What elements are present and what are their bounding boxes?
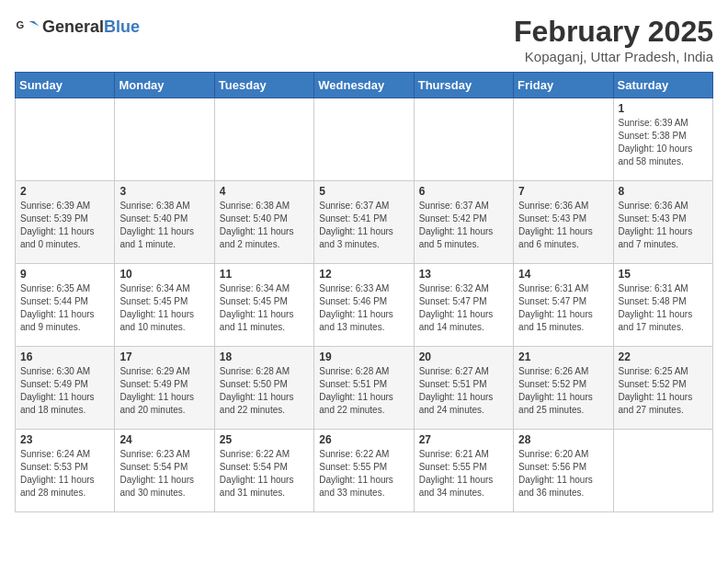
- subtitle: Kopaganj, Uttar Pradesh, India: [514, 49, 713, 64]
- calendar-cell: [16, 98, 115, 181]
- day-number: 18: [220, 350, 309, 363]
- calendar-cell: 4Sunrise: 6:38 AM Sunset: 5:40 PM Daylig…: [214, 181, 313, 264]
- calendar-cell: 15Sunrise: 6:31 AM Sunset: 5:48 PM Dayli…: [613, 264, 712, 347]
- weekday-header-wednesday: Wednesday: [314, 73, 414, 98]
- day-number: 27: [419, 433, 508, 446]
- day-number: 24: [119, 433, 209, 446]
- calendar-cell: 28Sunrise: 6:20 AM Sunset: 5:56 PM Dayli…: [514, 430, 613, 512]
- day-info: Sunrise: 6:22 AM Sunset: 5:55 PM Dayligh…: [319, 448, 408, 500]
- day-number: 11: [220, 268, 309, 281]
- calendar-cell: 26Sunrise: 6:22 AM Sunset: 5:55 PM Dayli…: [314, 430, 414, 512]
- day-number: 6: [419, 185, 508, 198]
- day-number: 9: [20, 268, 109, 281]
- day-number: 17: [119, 350, 209, 363]
- svg-marker-2: [28, 24, 39, 29]
- week-row-2: 2Sunrise: 6:39 AM Sunset: 5:39 PM Daylig…: [16, 181, 713, 264]
- calendar-cell: 23Sunrise: 6:24 AM Sunset: 5:53 PM Dayli…: [16, 430, 115, 512]
- day-info: Sunrise: 6:28 AM Sunset: 5:51 PM Dayligh…: [319, 365, 408, 417]
- day-info: Sunrise: 6:37 AM Sunset: 5:42 PM Dayligh…: [419, 200, 508, 251]
- day-info: Sunrise: 6:37 AM Sunset: 5:41 PM Dayligh…: [319, 200, 408, 251]
- calendar-cell: 7Sunrise: 6:36 AM Sunset: 5:43 PM Daylig…: [514, 181, 613, 264]
- weekday-header-thursday: Thursday: [414, 73, 513, 98]
- day-info: Sunrise: 6:35 AM Sunset: 5:44 PM Dayligh…: [20, 282, 109, 334]
- calendar-cell: 16Sunrise: 6:30 AM Sunset: 5:49 PM Dayli…: [16, 347, 115, 430]
- week-row-4: 16Sunrise: 6:30 AM Sunset: 5:49 PM Dayli…: [16, 347, 713, 430]
- day-number: 10: [119, 268, 209, 281]
- day-number: 4: [220, 185, 309, 198]
- week-row-3: 9Sunrise: 6:35 AM Sunset: 5:44 PM Daylig…: [16, 264, 713, 347]
- title-area: February 2025 Kopaganj, Uttar Pradesh, I…: [514, 15, 713, 64]
- day-info: Sunrise: 6:22 AM Sunset: 5:54 PM Dayligh…: [220, 448, 309, 500]
- day-number: 13: [419, 268, 508, 281]
- calendar-cell: 14Sunrise: 6:31 AM Sunset: 5:47 PM Dayli…: [514, 264, 613, 347]
- day-number: 2: [20, 185, 109, 198]
- day-number: 26: [319, 433, 408, 446]
- logo-icon: G: [15, 15, 40, 40]
- day-info: Sunrise: 6:31 AM Sunset: 5:47 PM Dayligh…: [518, 282, 608, 334]
- day-number: 22: [619, 350, 708, 363]
- day-number: 8: [619, 185, 708, 198]
- weekday-header-monday: Monday: [115, 73, 214, 98]
- day-info: Sunrise: 6:27 AM Sunset: 5:51 PM Dayligh…: [419, 365, 508, 417]
- day-number: 7: [518, 185, 608, 198]
- day-info: Sunrise: 6:25 AM Sunset: 5:52 PM Dayligh…: [619, 365, 708, 417]
- calendar-cell: [613, 430, 712, 512]
- calendar-cell: [115, 98, 214, 181]
- calendar-cell: 5Sunrise: 6:37 AM Sunset: 5:41 PM Daylig…: [314, 181, 414, 264]
- calendar-cell: 11Sunrise: 6:34 AM Sunset: 5:45 PM Dayli…: [214, 264, 313, 347]
- day-info: Sunrise: 6:39 AM Sunset: 5:38 PM Dayligh…: [619, 117, 708, 168]
- calendar-cell: 9Sunrise: 6:35 AM Sunset: 5:44 PM Daylig…: [16, 264, 115, 347]
- logo: G GeneralBlue: [15, 15, 140, 40]
- calendar-cell: 18Sunrise: 6:28 AM Sunset: 5:50 PM Dayli…: [214, 347, 313, 430]
- calendar-cell: [214, 98, 313, 181]
- day-info: Sunrise: 6:36 AM Sunset: 5:43 PM Dayligh…: [619, 200, 708, 251]
- day-info: Sunrise: 6:26 AM Sunset: 5:52 PM Dayligh…: [518, 365, 608, 417]
- day-info: Sunrise: 6:32 AM Sunset: 5:47 PM Dayligh…: [419, 282, 508, 334]
- calendar-cell: 21Sunrise: 6:26 AM Sunset: 5:52 PM Dayli…: [514, 347, 613, 430]
- day-info: Sunrise: 6:29 AM Sunset: 5:49 PM Dayligh…: [119, 365, 209, 417]
- calendar-cell: 8Sunrise: 6:36 AM Sunset: 5:43 PM Daylig…: [613, 181, 712, 264]
- calendar-cell: 27Sunrise: 6:21 AM Sunset: 5:55 PM Dayli…: [414, 430, 513, 512]
- day-number: 12: [319, 268, 408, 281]
- day-info: Sunrise: 6:31 AM Sunset: 5:48 PM Dayligh…: [619, 282, 708, 334]
- day-info: Sunrise: 6:38 AM Sunset: 5:40 PM Dayligh…: [220, 200, 309, 251]
- calendar-cell: 19Sunrise: 6:28 AM Sunset: 5:51 PM Dayli…: [314, 347, 414, 430]
- weekday-header-tuesday: Tuesday: [214, 73, 313, 98]
- day-number: 19: [319, 350, 408, 363]
- logo-general-text: General: [42, 17, 104, 36]
- day-info: Sunrise: 6:28 AM Sunset: 5:50 PM Dayligh…: [220, 365, 309, 417]
- calendar-cell: 1Sunrise: 6:39 AM Sunset: 5:38 PM Daylig…: [613, 98, 712, 181]
- day-number: 1: [619, 102, 708, 115]
- day-info: Sunrise: 6:34 AM Sunset: 5:45 PM Dayligh…: [220, 282, 309, 334]
- day-info: Sunrise: 6:33 AM Sunset: 5:46 PM Dayligh…: [319, 282, 408, 334]
- day-info: Sunrise: 6:39 AM Sunset: 5:39 PM Dayligh…: [20, 200, 109, 251]
- page-header: G GeneralBlue February 2025 Kopaganj, Ut…: [15, 15, 713, 64]
- day-number: 14: [518, 268, 608, 281]
- calendar-table: SundayMondayTuesdayWednesdayThursdayFrid…: [15, 72, 713, 512]
- day-info: Sunrise: 6:21 AM Sunset: 5:55 PM Dayligh…: [419, 448, 508, 500]
- main-title: February 2025: [514, 15, 713, 49]
- day-number: 25: [220, 433, 309, 446]
- day-number: 5: [319, 185, 408, 198]
- day-number: 3: [119, 185, 209, 198]
- calendar-cell: [314, 98, 414, 181]
- week-row-1: 1Sunrise: 6:39 AM Sunset: 5:38 PM Daylig…: [16, 98, 713, 181]
- calendar-cell: 6Sunrise: 6:37 AM Sunset: 5:42 PM Daylig…: [414, 181, 513, 264]
- day-number: 20: [419, 350, 508, 363]
- day-info: Sunrise: 6:38 AM Sunset: 5:40 PM Dayligh…: [119, 200, 209, 251]
- day-info: Sunrise: 6:36 AM Sunset: 5:43 PM Dayligh…: [518, 200, 608, 251]
- calendar-cell: 2Sunrise: 6:39 AM Sunset: 5:39 PM Daylig…: [16, 181, 115, 264]
- day-number: 23: [20, 433, 109, 446]
- svg-marker-1: [28, 21, 39, 27]
- logo-blue-text: Blue: [104, 17, 140, 36]
- calendar-cell: [414, 98, 513, 181]
- weekday-header-sunday: Sunday: [16, 73, 115, 98]
- day-info: Sunrise: 6:23 AM Sunset: 5:54 PM Dayligh…: [119, 448, 209, 500]
- calendar-cell: [514, 98, 613, 181]
- calendar-cell: 10Sunrise: 6:34 AM Sunset: 5:45 PM Dayli…: [115, 264, 214, 347]
- calendar-cell: 22Sunrise: 6:25 AM Sunset: 5:52 PM Dayli…: [613, 347, 712, 430]
- day-info: Sunrise: 6:20 AM Sunset: 5:56 PM Dayligh…: [518, 448, 608, 500]
- calendar-cell: 24Sunrise: 6:23 AM Sunset: 5:54 PM Dayli…: [115, 430, 214, 512]
- day-info: Sunrise: 6:34 AM Sunset: 5:45 PM Dayligh…: [119, 282, 209, 334]
- calendar-cell: 17Sunrise: 6:29 AM Sunset: 5:49 PM Dayli…: [115, 347, 214, 430]
